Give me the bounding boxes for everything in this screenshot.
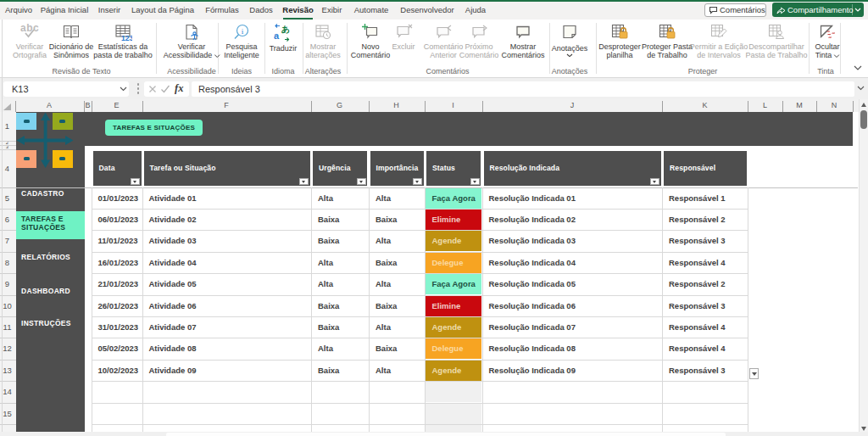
svg-text:123: 123 [121,34,132,42]
svg-text:a: a [274,31,280,41]
svg-text:あ: あ [281,25,290,34]
